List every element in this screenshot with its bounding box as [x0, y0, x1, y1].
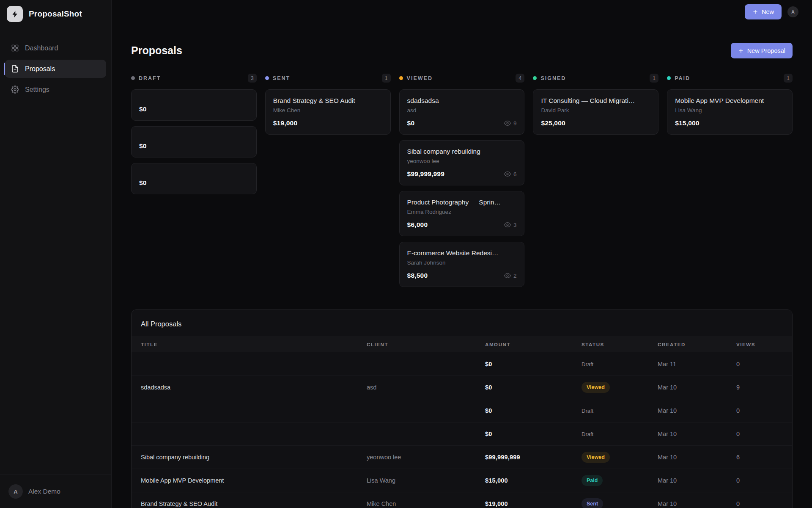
row-views: 0 — [736, 500, 783, 507]
proposal-amount: $0 — [139, 179, 147, 187]
proposal-client: Sarah Johnson — [407, 260, 517, 266]
table-row[interactable]: Brand Strategy & SEO Audit Mike Chen $19… — [132, 492, 792, 508]
proposal-amount: $0 — [139, 105, 147, 113]
sidebar-item-label: Settings — [25, 86, 49, 94]
row-views: 6 — [736, 454, 783, 461]
proposal-card[interactable]: $0 — [131, 89, 257, 121]
proposal-title: Sibal company rebuilding — [407, 148, 517, 155]
row-amount: $99,999,999 — [485, 454, 578, 461]
page-title: Proposals — [131, 44, 182, 57]
proposal-card[interactable]: IT Consulting — Cloud Migrati… David Par… — [533, 89, 658, 135]
sidebar-item-dashboard[interactable]: Dashboard — [5, 39, 106, 57]
sidebar-item-settings[interactable]: Settings — [5, 80, 106, 99]
column-label: DRAFT — [139, 75, 244, 81]
proposal-card[interactable]: E-commerce Website Redesi… Sarah Johnson… — [399, 242, 525, 287]
row-title: Brand Strategy & SEO Audit — [141, 500, 363, 507]
proposal-client: Lisa Wang — [675, 107, 785, 113]
new-proposal-button[interactable]: New Proposal — [731, 43, 793, 58]
table-row[interactable]: sdadsadsa asd $0 Viewed Mar 10 9 — [132, 375, 792, 399]
proposal-title: Brand Strategy & SEO Audit — [273, 97, 383, 105]
column-count-badge: 1 — [784, 74, 793, 83]
app-brand: ProposalShot — [0, 0, 111, 28]
lightning-bolt-icon — [7, 6, 23, 22]
row-created: Mar 10 — [658, 500, 733, 507]
proposal-client: Mike Chen — [273, 107, 383, 113]
view-count: 9 — [504, 120, 517, 127]
proposal-amount: $25,000 — [541, 119, 565, 127]
column-header-title: TITLE — [141, 342, 363, 347]
column-label: SENT — [273, 75, 378, 81]
status-badge: Viewed — [582, 452, 610, 463]
status-dot — [131, 76, 135, 80]
topbar: New A — [112, 0, 812, 24]
row-amount: $19,000 — [485, 500, 578, 507]
proposal-card[interactable]: Brand Strategy & SEO Audit Mike Chen $19… — [265, 89, 391, 135]
table-row[interactable]: $0 Draft Mar 10 0 — [132, 399, 792, 422]
proposal-card[interactable]: $0 — [131, 163, 257, 194]
column-header-created: CREATED — [658, 342, 733, 347]
new-button[interactable]: New — [745, 4, 782, 19]
row-amount: $0 — [485, 407, 578, 414]
table-row[interactable]: $0 Draft Mar 11 0 — [132, 352, 792, 375]
sidebar-item-label: Proposals — [25, 65, 55, 73]
board-column-draft: DRAFT 3 $0 $0 $0 — [131, 74, 257, 200]
all-proposals-table: All Proposals TITLE CLIENT AMOUNT STATUS… — [131, 309, 793, 508]
eye-icon — [504, 120, 511, 127]
proposal-card[interactable]: $0 — [131, 126, 257, 157]
column-header-client: CLIENT — [367, 342, 482, 347]
proposal-title: E-commerce Website Redesi… — [407, 249, 517, 257]
proposal-card[interactable]: Product Photography — Sprin… Emma Rodrig… — [399, 191, 525, 236]
proposal-title: Mobile App MVP Development — [675, 97, 785, 105]
proposal-card[interactable]: Mobile App MVP Development Lisa Wang $15… — [667, 89, 793, 135]
row-title: Mobile App MVP Development — [141, 477, 363, 484]
table-header-row: TITLE CLIENT AMOUNT STATUS CREATED VIEWS — [132, 337, 792, 352]
row-title: sdadsadsa — [141, 384, 363, 391]
proposal-client: Emma Rodriguez — [407, 209, 517, 215]
row-views: 9 — [736, 384, 783, 391]
proposal-amount: $8,500 — [407, 272, 428, 279]
row-views: 0 — [736, 407, 783, 414]
status-badge: Draft — [582, 361, 593, 367]
proposal-title: sdadsadsa — [407, 97, 517, 105]
app-title: ProposalShot — [29, 9, 82, 19]
row-amount: $15,000 — [485, 477, 578, 484]
column-header: PAID 1 — [667, 74, 793, 83]
avatar[interactable]: A — [787, 6, 798, 17]
column-count-badge: 1 — [382, 74, 391, 83]
table-row[interactable]: Sibal company rebuilding yeonwoo lee $99… — [132, 445, 792, 469]
page-content: Proposals New Proposal DRAFT 3 $0 — [112, 24, 812, 508]
status-dot — [399, 76, 403, 80]
eye-icon — [504, 221, 511, 228]
row-amount: $0 — [485, 431, 578, 437]
row-amount: $0 — [485, 361, 578, 367]
proposal-card[interactable]: Sibal company rebuilding yeonwoo lee $99… — [399, 140, 525, 185]
column-count-badge: 3 — [248, 74, 257, 83]
column-header-amount: AMOUNT — [485, 342, 578, 347]
sidebar-user[interactable]: A Alex Demo — [0, 475, 111, 508]
proposal-amount: $15,000 — [675, 119, 699, 127]
table-title: All Proposals — [132, 310, 792, 337]
status-badge: Viewed — [582, 382, 610, 393]
status-dot — [667, 76, 671, 80]
row-views: 0 — [736, 361, 783, 367]
column-header: VIEWED 4 — [399, 74, 525, 83]
avatar: A — [8, 484, 23, 499]
sidebar-item-proposals[interactable]: Proposals — [5, 60, 106, 78]
column-label: VIEWED — [407, 75, 512, 81]
status-badge: Draft — [582, 431, 593, 437]
table-row[interactable]: Mobile App MVP Development Lisa Wang $15… — [132, 469, 792, 492]
proposal-amount: $99,999,999 — [407, 170, 444, 178]
board-column-signed: SIGNED 1 IT Consulting — Cloud Migrati… … — [533, 74, 658, 140]
row-created: Mar 10 — [658, 454, 733, 461]
eye-icon — [504, 272, 511, 279]
board-column-viewed: VIEWED 4 sdadsadsa asd $0 9 Sibal c — [399, 74, 525, 293]
proposal-card[interactable]: sdadsadsa asd $0 9 — [399, 89, 525, 135]
view-count: 3 — [504, 221, 517, 228]
proposal-amount: $6,000 — [407, 221, 428, 229]
user-name: Alex Demo — [28, 488, 60, 495]
gear-icon — [11, 86, 19, 94]
column-header: DRAFT 3 — [131, 74, 257, 83]
table-row[interactable]: $0 Draft Mar 10 0 — [132, 422, 792, 445]
proposal-client: asd — [407, 107, 517, 113]
row-created: Mar 11 — [658, 361, 733, 367]
